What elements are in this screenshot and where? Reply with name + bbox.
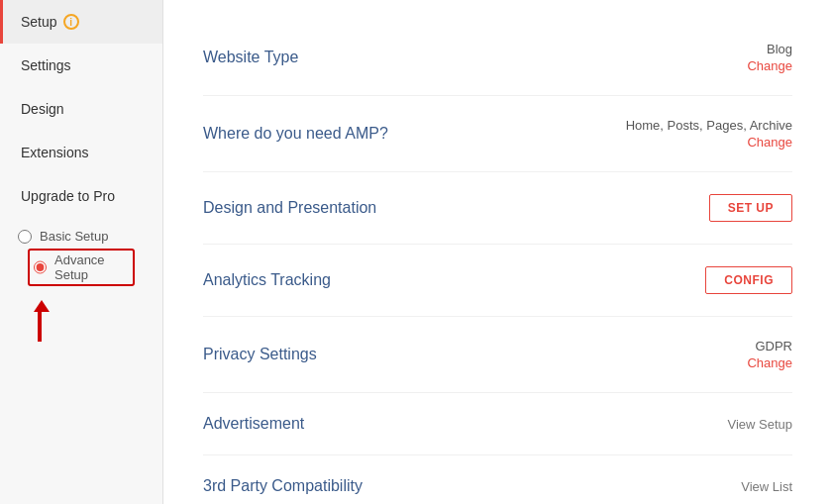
row-third-party: 3rd Party Compatibility View List: [203, 455, 792, 504]
row-change-privacy-settings[interactable]: Change: [747, 355, 792, 370]
row-right-privacy-settings: GDPR Change: [747, 339, 792, 370]
row-value-privacy-settings: GDPR: [755, 339, 792, 353]
row-viewlist-third-party[interactable]: View List: [741, 479, 792, 494]
sidebar-item-upgrade[interactable]: Upgrade to Pro: [0, 174, 162, 218]
sidebar-item-label: Extensions: [21, 145, 88, 160]
arrow-annotation: [0, 296, 162, 342]
main-content: Website Type Blog Change Where do you ne…: [163, 0, 832, 504]
radio-basic-label: Basic Setup: [40, 229, 108, 244]
radio-advance-input[interactable]: [34, 260, 47, 274]
row-right-design-presentation: SET UP: [709, 194, 792, 222]
sidebar-item-setup[interactable]: Setup i: [0, 0, 162, 44]
sidebar-item-label: Settings: [21, 57, 71, 73]
row-label-where-amp: Where do you need AMP?: [203, 125, 388, 143]
sidebar-item-label: Setup: [21, 14, 57, 30]
row-viewsetup-advertisement[interactable]: View Setup: [727, 417, 792, 432]
radio-advance-label: Advance Setup: [54, 252, 129, 282]
row-design-presentation: Design and Presentation SET UP: [203, 172, 792, 245]
config-button[interactable]: CONFIG: [705, 266, 792, 294]
row-website-type: Website Type Blog Change: [203, 20, 792, 96]
row-analytics-tracking: Analytics Tracking CONFIG: [203, 245, 792, 317]
row-label-third-party: 3rd Party Compatibility: [203, 477, 363, 495]
row-right-where-amp: Home, Posts, Pages, Archive Change: [626, 118, 792, 150]
sidebar-item-settings[interactable]: Settings: [0, 44, 162, 87]
row-change-where-amp[interactable]: Change: [747, 135, 792, 150]
setup-button[interactable]: SET UP: [709, 194, 792, 222]
row-right-analytics-tracking: CONFIG: [705, 266, 792, 294]
row-label-website-type: Website Type: [203, 49, 298, 66]
info-icon: i: [63, 14, 79, 30]
radio-basic-setup[interactable]: Basic Setup: [18, 224, 145, 249]
row-where-amp: Where do you need AMP? Home, Posts, Page…: [203, 96, 792, 172]
row-right-advertisement: View Setup: [727, 417, 792, 432]
row-privacy-settings: Privacy Settings GDPR Change: [203, 317, 792, 393]
row-value-website-type: Blog: [767, 42, 792, 56]
row-value-where-amp: Home, Posts, Pages, Archive: [626, 118, 792, 133]
row-label-advertisement: Advertisement: [203, 415, 304, 433]
row-label-analytics-tracking: Analytics Tracking: [203, 271, 331, 289]
row-label-design-presentation: Design and Presentation: [203, 199, 376, 217]
radio-advance-setup[interactable]: Advance Setup: [28, 249, 135, 286]
arrow-stem: [38, 312, 42, 342]
sidebar-item-extensions[interactable]: Extensions: [0, 131, 162, 174]
row-right-third-party: View List: [741, 479, 792, 494]
row-label-privacy-settings: Privacy Settings: [203, 346, 317, 363]
sidebar-item-label: Design: [21, 101, 64, 117]
arrow-up-icon: [34, 300, 50, 312]
row-change-website-type[interactable]: Change: [747, 58, 792, 73]
row-advertisement: Advertisement View Setup: [203, 393, 792, 455]
sidebar: Setup i Settings Design Extensions Upgra…: [0, 0, 163, 504]
sidebar-item-design[interactable]: Design: [0, 87, 162, 131]
row-right-website-type: Blog Change: [747, 42, 792, 73]
sidebar-item-label: Upgrade to Pro: [21, 188, 115, 204]
radio-basic-input[interactable]: [18, 230, 32, 244]
radio-group: Basic Setup Advance Setup: [0, 218, 162, 296]
